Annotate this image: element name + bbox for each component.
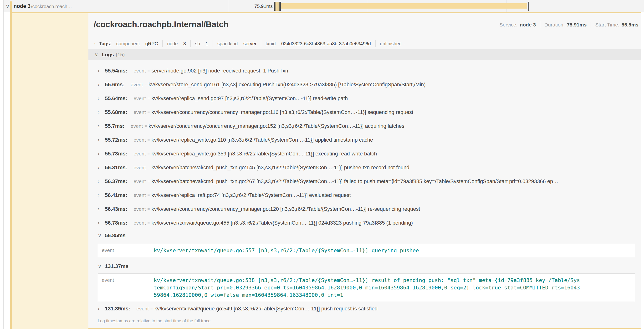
- log-row[interactable]: › 55.68ms: event = kv/kvserver/concurren…: [88, 106, 641, 119]
- log-expanded-header[interactable]: ∨ 131.37ms: [88, 261, 641, 272]
- log-field-value: kv/kvserver/batcheval/cmd_push_txn.go:26…: [152, 178, 558, 184]
- log-row-chevron-icon[interactable]: ›: [98, 95, 101, 102]
- tag-separator: [261, 40, 261, 47]
- log-fields-table: event kv/kvserver/txnwait/queue.go:538 […: [98, 274, 635, 302]
- tags-label: Tags:: [99, 41, 112, 46]
- log-equals: =: [144, 82, 147, 87]
- log-expanded-header[interactable]: ∨ 56.85ms: [88, 230, 641, 241]
- tags-chevron-icon[interactable]: ›: [94, 41, 96, 46]
- log-field-key: event: [134, 68, 146, 74]
- log-equals: =: [148, 165, 150, 170]
- span-meta-item: Service: node 3: [500, 22, 536, 28]
- meta-label: Start Time:: [595, 22, 620, 28]
- log-timestamp: 56.78ms:: [105, 220, 127, 226]
- log-row-chevron-icon[interactable]: ›: [98, 123, 101, 129]
- log-row[interactable]: › 131.39ms: event = kv/kvserver/txnwait/…: [88, 302, 641, 316]
- meta-value: 55.5ms: [622, 22, 638, 28]
- tag-equals: =: [142, 42, 144, 46]
- log-row-chevron-icon[interactable]: ∨: [98, 263, 101, 270]
- log-equals: =: [148, 179, 150, 184]
- log-row[interactable]: › 55.6ms: event = kv/kvserver/store_send…: [88, 78, 641, 92]
- log-row-chevron-icon[interactable]: ›: [98, 109, 101, 116]
- log-field-value: kv/kvserver/replica_write.go:110 [n3,s3,…: [152, 137, 373, 143]
- log-timestamp: 56.37ms:: [105, 178, 127, 184]
- log-timestamp: 55.73ms:: [105, 151, 127, 157]
- log-row-chevron-icon[interactable]: ›: [98, 151, 101, 157]
- logs-chevron-icon[interactable]: ∨: [94, 52, 98, 58]
- log-entry-expanded: ∨ 131.37ms event kv/kvserver/txnwait/que…: [88, 261, 641, 302]
- log-row[interactable]: › 55.54ms: event = server/node.go:902 [n…: [88, 64, 641, 78]
- log-row[interactable]: › 56.43ms: event = kv/kvserver/concurren…: [88, 202, 641, 216]
- log-equals: =: [148, 68, 150, 73]
- log-row-chevron-icon[interactable]: ›: [98, 220, 101, 226]
- tag-item: component = gRPC: [116, 41, 158, 46]
- tag-item: sb = 1: [195, 41, 208, 46]
- log-field-value: server/node.go:902 [n3] node received re…: [152, 68, 288, 74]
- meta-label: Duration:: [544, 22, 565, 28]
- tag-item: span.kind = server: [217, 41, 257, 46]
- tag-item: txnid = 024d3323-6c8f-4863-aa8b-37ab0e63…: [266, 41, 370, 46]
- tag-value: 024d3323-6c8f-4863-aa8b-37ab0e63496d: [281, 41, 371, 46]
- log-equals: =: [148, 110, 150, 115]
- tag-equals: =: [403, 42, 406, 46]
- logs-accordion-header[interactable]: ∨ Logs (15): [88, 49, 641, 60]
- log-field-value: kv/kvserver/concurrency/concurrency_mana…: [148, 123, 404, 129]
- log-timestamp: 55.6ms:: [105, 82, 124, 88]
- log-row-chevron-icon[interactable]: ›: [98, 206, 101, 212]
- tag-value: 3: [183, 41, 186, 46]
- log-row-chevron-icon[interactable]: ›: [98, 82, 101, 88]
- log-row-chevron-icon[interactable]: ›: [98, 164, 101, 171]
- logs-title: Logs: [102, 52, 114, 58]
- collapse-span-chevron-icon[interactable]: ∨: [6, 3, 10, 9]
- log-timestamp: 56.43ms:: [105, 206, 127, 212]
- trace-view: ∨ node 3 /cockroach.roach… 75.91ms /cock…: [0, 0, 644, 329]
- tag-equals: =: [202, 42, 204, 46]
- log-field-key: event: [134, 151, 146, 157]
- log-timestamp: 55.68ms:: [105, 109, 127, 116]
- log-row[interactable]: › 55.7ms: event = kv/kvserver/concurrenc…: [88, 119, 641, 133]
- log-row[interactable]: › 56.78ms: event = kv/kvserver/txnwait/q…: [88, 216, 641, 230]
- span-duration-bar[interactable]: [281, 3, 527, 8]
- log-row-chevron-icon[interactable]: ›: [98, 192, 101, 198]
- log-row-chevron-icon[interactable]: ›: [98, 178, 101, 184]
- service-name: node 3: [14, 3, 30, 9]
- tag-key: txnid: [266, 41, 276, 46]
- detail-header: /cockroach.roachpb.Internal/Batch Servic…: [88, 13, 641, 38]
- log-timestamp: 56.85ms: [105, 232, 126, 239]
- log-row[interactable]: › 56.41ms: event = kv/kvserver/replica_r…: [88, 188, 641, 202]
- log-field-value: kv/kvserver/replica_write.go:359 [n3,s3,…: [152, 151, 377, 157]
- log-equals: =: [148, 207, 150, 212]
- log-row[interactable]: › 56.31ms: event = kv/kvserver/batcheval…: [88, 161, 641, 174]
- log-field-value: kv/kvserver/replica_raft.go:74 [n3,s3,r6…: [152, 192, 351, 198]
- log-fields-table: event kv/kvserver/txnwait/queue.go:557 […: [98, 244, 635, 257]
- meta-label: Service:: [500, 22, 518, 28]
- tag-value: gRPC: [146, 41, 158, 46]
- log-field-value: kv/kvserver/txnwait/queue.go:455 [n3,s3,…: [152, 220, 413, 226]
- tag-value: server: [243, 41, 257, 46]
- name-timeline-divider[interactable]: [228, 0, 228, 12]
- span-detail-panel: /cockroach.roachpb.Internal/Batch Servic…: [88, 13, 642, 329]
- log-field-key: event: [130, 82, 143, 88]
- span-meta-item: Duration: 75.91ms: [544, 22, 586, 28]
- log-row[interactable]: › 55.64ms: event = kv/kvserver/replica_s…: [88, 92, 641, 106]
- log-row[interactable]: › 56.37ms: event = kv/kvserver/batcheval…: [88, 174, 641, 188]
- log-timestamp: 56.41ms:: [105, 192, 127, 198]
- log-row-chevron-icon[interactable]: ∨: [98, 232, 101, 239]
- log-field-value: kv/kvserver/concurrency/concurrency_mana…: [152, 206, 420, 212]
- log-field-value: kv/kvserver/batcheval/cmd_push_txn.go:14…: [152, 164, 410, 171]
- log-field-value: kv/kvserver/store_send.go:161 [n3,s3] ex…: [148, 82, 426, 88]
- operation-title: /cockroach.roachpb.Internal/Batch: [94, 20, 228, 29]
- logs-list: › 55.54ms: event = server/node.go:902 [n…: [88, 60, 641, 327]
- span-bar-row[interactable]: ∨ node 3 /cockroach.roach… 75.91ms: [4, 0, 644, 12]
- log-row-chevron-icon[interactable]: ›: [98, 137, 101, 143]
- log-row-chevron-icon[interactable]: ›: [98, 306, 101, 312]
- log-row[interactable]: › 55.73ms: event = kv/kvserver/replica_w…: [88, 147, 641, 161]
- log-timestamp: 55.64ms:: [105, 95, 127, 102]
- log-field-key: event: [134, 96, 146, 101]
- meta-value: node 3: [520, 22, 536, 28]
- log-field-key: event: [130, 123, 143, 129]
- log-timestamp: 55.72ms:: [105, 137, 127, 143]
- tags-accordion[interactable]: › Tags: component = gRPC node = 3 sb = 1…: [88, 38, 641, 49]
- log-row[interactable]: › 55.72ms: event = kv/kvserver/replica_w…: [88, 133, 641, 147]
- log-row-chevron-icon[interactable]: ›: [98, 68, 101, 74]
